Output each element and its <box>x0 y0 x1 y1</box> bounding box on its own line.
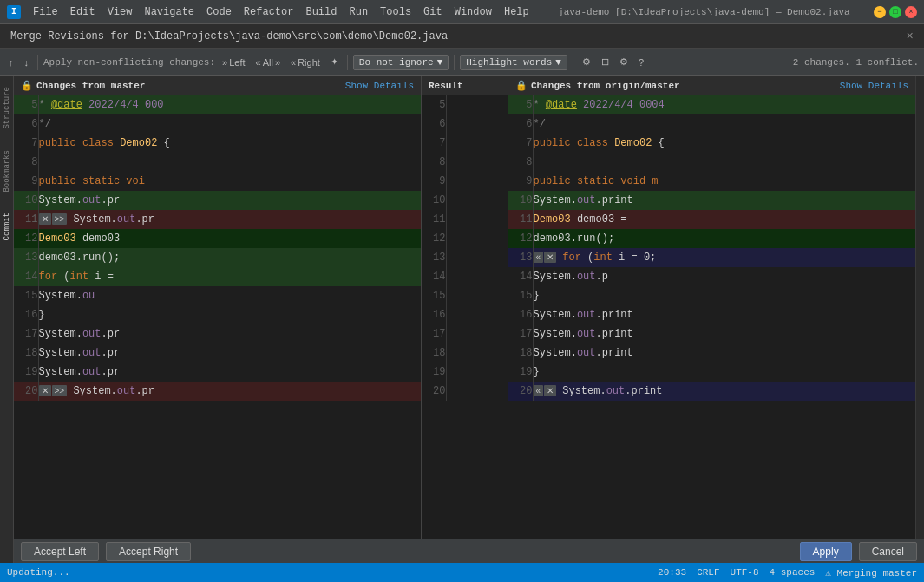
line-number: 8 <box>14 153 38 172</box>
line-content <box>446 172 508 191</box>
line-number: 11 <box>508 210 533 229</box>
line-number: 15 <box>508 286 533 305</box>
line-number: 12 <box>422 229 446 248</box>
title-bar: I File Edit View Navigate Code Refactor … <box>0 0 924 24</box>
table-row: 15 <box>422 286 508 305</box>
line-number: 7 <box>508 134 533 153</box>
prev-change-button[interactable]: ↑ <box>5 56 17 69</box>
line-number: 6 <box>14 114 38 134</box>
close-button[interactable]: × <box>905 6 917 18</box>
left-show-details[interactable]: Show Details <box>345 81 414 91</box>
table-row: 19 <box>422 363 508 382</box>
conflict-arrow-left-20-right[interactable]: « <box>534 385 544 396</box>
bottom-left-buttons: Accept Left Accept Right <box>21 542 191 561</box>
table-row: 19 } <box>508 363 915 382</box>
commit-tab[interactable]: Commit <box>1 206 13 247</box>
conflict-arrow-right-20-left[interactable]: >> <box>52 385 68 396</box>
menu-refactor[interactable]: Refactor <box>239 4 299 20</box>
line-number: 6 <box>422 114 446 134</box>
table-row: 11 ✕ >> System.out.pr <box>14 210 421 229</box>
apply-button[interactable]: Apply <box>800 542 852 561</box>
line-content: ✕ >> System.out.pr <box>38 382 421 401</box>
line-content: System.out.print <box>533 305 915 324</box>
line-content: * @date 2022/4/4 0004 <box>533 95 915 114</box>
table-row: 14 for (int i = <box>14 267 421 286</box>
line-number: 15 <box>14 286 38 305</box>
menu-navigate[interactable]: Navigate <box>139 4 200 20</box>
line-number: 19 <box>508 363 533 382</box>
menu-window[interactable]: Window <box>449 4 497 20</box>
line-content: « ✕ System.out.print <box>533 382 915 401</box>
line-number: 8 <box>422 153 446 172</box>
menu-tools[interactable]: Tools <box>375 4 416 20</box>
help-button[interactable]: ? <box>635 56 647 69</box>
table-row: 5 <box>422 95 508 114</box>
updating-status: Updating... <box>7 567 70 578</box>
table-row: 11 Demo03 demo03 = <box>508 210 915 229</box>
conflict-x-button-11-left[interactable]: ✕ <box>39 213 51 225</box>
conflict-x-button-20-left[interactable]: ✕ <box>39 385 51 396</box>
left-panel-header: 🔒 Changes from master Show Details <box>14 76 421 95</box>
table-row: 6 */ <box>508 114 915 134</box>
menu-build[interactable]: Build <box>300 4 342 20</box>
toolbar-separator-2 <box>347 55 348 70</box>
line-number: 10 <box>14 191 38 210</box>
table-row: 19 System.out.pr <box>14 363 421 382</box>
minimize-button[interactable]: − <box>874 6 886 18</box>
menu-edit[interactable]: Edit <box>65 4 101 20</box>
do-not-ignore-dropdown[interactable]: Do not ignore ▼ <box>353 55 449 70</box>
bookmarks-tab[interactable]: Bookmarks <box>1 143 13 199</box>
magic-resolve-button[interactable]: ✦ <box>327 55 342 69</box>
more-settings-button[interactable]: ⚙ <box>616 55 632 69</box>
conflict-x-button-13-right[interactable]: ✕ <box>544 252 556 263</box>
three-panels: 🔒 Changes from master Show Details 5 * @… <box>14 76 924 539</box>
layout-toggle-button[interactable]: ⊟ <box>598 55 613 69</box>
line-number: 20 <box>14 382 38 401</box>
line-number: 14 <box>422 267 446 286</box>
line-number: 7 <box>14 134 38 153</box>
conflict-arrow-right-11-left[interactable]: >> <box>52 213 68 225</box>
table-row: 12 <box>422 229 508 248</box>
table-row: 9 public static void m <box>508 172 915 191</box>
line-number: 20 <box>422 382 446 401</box>
line-number: 5 <box>422 95 446 114</box>
table-row: 10 <box>422 191 508 210</box>
menu-help[interactable]: Help <box>499 4 534 20</box>
line-content <box>446 343 508 363</box>
next-change-button[interactable]: ↓ <box>21 56 33 69</box>
maximize-button[interactable]: □ <box>889 6 901 18</box>
line-content: System.out.print <box>533 324 915 343</box>
highlight-words-dropdown[interactable]: Highlight words ▼ <box>460 55 567 70</box>
right-scrollbar[interactable] <box>915 76 924 539</box>
settings-icon[interactable]: ⚙ <box>579 55 594 69</box>
line-content <box>446 363 508 382</box>
accept-left-button[interactable]: Accept Left <box>21 542 99 561</box>
window-title: java-demo [D:\IdeaProjects\java-demo] — … <box>558 7 850 17</box>
accept-right-button[interactable]: Accept Right <box>106 542 191 561</box>
menu-run[interactable]: Run <box>344 4 373 20</box>
line-content <box>533 153 915 172</box>
menu-view[interactable]: View <box>102 4 138 20</box>
structure-tab[interactable]: Structure <box>1 80 13 136</box>
dialog-close-button[interactable]: × <box>907 29 914 43</box>
line-number: 20 <box>508 382 533 401</box>
line-content <box>38 153 421 172</box>
left-code-table: 5 * @date 2022/4/4 000 6 */ 7 public cla… <box>14 95 421 401</box>
line-content <box>446 95 508 114</box>
apply-right-button[interactable]: « Right <box>287 56 324 69</box>
dialog-title: Merge Revisions for D:\IdeaProjects\java… <box>10 30 448 43</box>
table-row: 6 <box>422 114 508 134</box>
menu-file[interactable]: File <box>28 4 63 20</box>
conflict-x-button-20-right[interactable]: ✕ <box>544 385 556 396</box>
apply-left-button[interactable]: » Left <box>219 56 248 69</box>
right-show-details[interactable]: Show Details <box>840 81 908 91</box>
menu-code[interactable]: Code <box>201 4 237 20</box>
line-number: 6 <box>508 114 533 134</box>
conflict-arrow-left-13-right[interactable]: « <box>534 252 544 263</box>
line-number: 9 <box>14 172 38 191</box>
table-row: 16 } <box>14 305 421 324</box>
apply-all-button[interactable]: « All » <box>252 56 284 69</box>
menu-git[interactable]: Git <box>418 4 448 20</box>
cancel-button[interactable]: Cancel <box>859 542 917 561</box>
result-panel-title: Result <box>429 81 463 91</box>
